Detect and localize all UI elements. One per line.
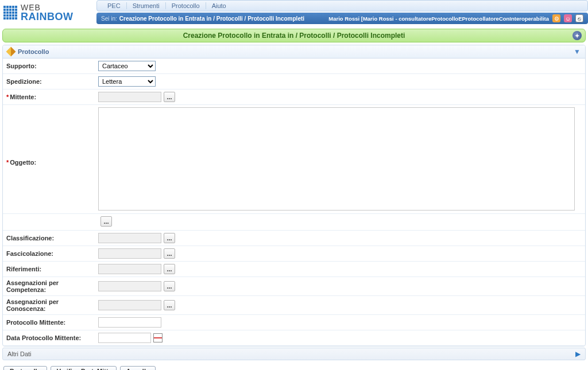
- page-title-bar: Creazione Protocollo in Entrata in / Pro…: [2, 29, 586, 42]
- input-riferimenti[interactable]: [98, 264, 161, 274]
- app-logo: WEB RAINBOW: [0, 0, 96, 25]
- subsection-title: Altri Dati: [7, 350, 32, 357]
- label-mittente: *Mittente:: [6, 94, 98, 100]
- label-riferimenti: Riferimenti:: [6, 266, 98, 272]
- label-ass-competenza: Assegnazioni per Competenza:: [6, 279, 98, 293]
- browse-riferimenti[interactable]: ...: [164, 264, 175, 274]
- label-protocollo-mittente: Protocollo Mittente:: [6, 319, 98, 326]
- calendar-icon[interactable]: [153, 333, 163, 342]
- logo-text-rainbow: RAINBOW: [21, 11, 74, 22]
- menu-aiuto[interactable]: Aiuto: [206, 2, 232, 9]
- browse-ass-conoscenza[interactable]: ...: [164, 300, 175, 310]
- breadcrumb-bar: Sei in: Creazione Protocollo in Entrata …: [96, 13, 588, 24]
- expand-icon[interactable]: ▶: [575, 350, 581, 358]
- label-ass-conoscenza: Assegnazioni per Conoscenza:: [6, 298, 98, 312]
- input-fascicolazione[interactable]: [98, 248, 161, 259]
- menu-pec[interactable]: PEC: [102, 2, 127, 9]
- select-spedizione[interactable]: Lettera: [98, 76, 156, 87]
- label-oggetto: *Oggetto:: [6, 107, 98, 166]
- textarea-oggetto[interactable]: [98, 107, 575, 211]
- label-data-protocollo-mittente: Data Protocollo Mittente:: [6, 334, 98, 341]
- browse-classificazione[interactable]: ...: [164, 233, 175, 243]
- breadcrumb-label: Sei in:: [101, 15, 117, 22]
- user-info: Mario Rossi [Mario Rossi - consultatoreP…: [328, 15, 549, 22]
- section-title: Protocollo: [18, 48, 49, 55]
- browse-ass-competenza[interactable]: ...: [164, 281, 175, 291]
- input-data-protocollo-mittente[interactable]: [98, 333, 151, 343]
- label-fascicolazione: Fascicolazione:: [6, 250, 98, 257]
- action-bar: Protocolla Verifica Prot. Mitt. Annulla: [0, 363, 588, 370]
- input-ass-conoscenza[interactable]: [98, 300, 161, 310]
- page-title: Creazione Protocollo in Entrata in / Pro…: [183, 32, 405, 40]
- verifica-button[interactable]: Verifica Prot. Mitt.: [51, 366, 117, 370]
- section-header[interactable]: Protocollo ▼: [3, 45, 585, 59]
- input-mittente[interactable]: [98, 92, 161, 102]
- label-classificazione: Classificazione:: [6, 235, 98, 242]
- browse-oggetto[interactable]: ...: [100, 216, 112, 227]
- browse-mittente[interactable]: ...: [164, 92, 175, 102]
- browse-fascicolazione[interactable]: ...: [164, 248, 175, 259]
- label-spedizione: Spedizione:: [6, 78, 98, 85]
- label-supporto: Supporto:: [6, 63, 98, 69]
- annulla-button[interactable]: Annulla: [120, 366, 156, 370]
- main-menu: PEC Strumenti Protocollo Aiuto: [96, 0, 588, 11]
- protocolla-button[interactable]: Protocolla: [3, 366, 47, 370]
- pencil-icon: [6, 47, 16, 57]
- section-protocollo: Protocollo ▼ Supporto: Cartaceo Spedizio…: [2, 45, 586, 346]
- globe-icon[interactable]: ⚙: [552, 14, 560, 22]
- input-classificazione[interactable]: [98, 233, 161, 243]
- logo-grid-icon: [3, 6, 17, 20]
- subsection-altri-dati[interactable]: Altri Dati ▶: [2, 348, 586, 360]
- logo-text-web: WEB: [21, 3, 74, 11]
- collapse-icon[interactable]: ▼: [574, 48, 581, 56]
- select-supporto[interactable]: Cartaceo: [98, 61, 156, 71]
- menu-strumenti[interactable]: Strumenti: [127, 2, 166, 9]
- breadcrumb-path: Creazione Protocollo in Entrata in / Pro…: [119, 15, 304, 22]
- input-ass-competenza[interactable]: [98, 281, 161, 291]
- refresh-icon[interactable]: ✦: [572, 31, 582, 40]
- users-icon[interactable]: ☺: [564, 14, 572, 22]
- logout-icon[interactable]: ⎋: [575, 14, 583, 22]
- menu-protocollo[interactable]: Protocollo: [166, 2, 206, 9]
- input-protocollo-mittente[interactable]: [98, 317, 161, 328]
